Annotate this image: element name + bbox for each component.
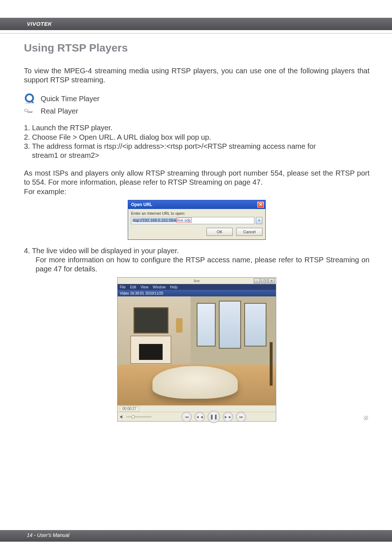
step-4: 4. The live video will be displayed in y… xyxy=(24,246,369,274)
footer-text: 14 - User's Manual xyxy=(27,532,69,538)
url-dropdown-button[interactable]: ▾ xyxy=(256,217,262,224)
minimize-icon: – xyxy=(256,279,258,283)
step-3-line1: 3. The address format is rtsp://<ip addr… xyxy=(24,142,369,151)
skip-back-icon: ⏮ xyxy=(185,415,189,419)
elapsed-time: 00:00:27 xyxy=(120,406,139,411)
resize-grip[interactable] xyxy=(364,416,368,420)
url-suffix: live.sdp xyxy=(177,218,191,222)
video-window-3 xyxy=(244,303,266,346)
menu-window[interactable]: Window xyxy=(153,285,166,289)
video-fireplace xyxy=(130,336,171,364)
svg-text:real: real xyxy=(27,110,33,114)
steps-list: 1. Launch the RTSP player. 2. Choose Fil… xyxy=(24,123,369,160)
menu-view[interactable]: View xyxy=(140,285,148,289)
video-overlay-bar: Video 16:38:01 2010/11/25 xyxy=(118,290,276,296)
close-icon: ✕ xyxy=(259,202,262,207)
content-area: Using RTSP Players To view the MPEG-4 st… xyxy=(24,42,369,422)
ok-button[interactable]: OK xyxy=(207,228,233,236)
player-row-quicktime: Quick Time Player xyxy=(24,93,369,104)
url-prefix: rtsp://192.168.5.151:554/ xyxy=(132,218,177,222)
speaker-icon[interactable] xyxy=(120,415,124,419)
video-sofa xyxy=(152,366,238,399)
video-framed-picture xyxy=(134,307,168,333)
video-window-2 xyxy=(219,301,241,349)
close-window-button[interactable]: ✕ xyxy=(268,278,275,283)
video-timestamp-overlay: Video 16:38:01 2010/11/25 xyxy=(118,291,166,295)
realplayer-label: Real Player xyxy=(41,107,78,115)
maximize-button[interactable]: ❐ xyxy=(261,278,268,283)
menu-help[interactable]: Help xyxy=(170,285,177,289)
chevron-down-icon: ▾ xyxy=(258,219,260,222)
url-row: rtsp://192.168.5.151:554/live.sdp ▾ xyxy=(131,217,262,224)
url-input[interactable]: rtsp://192.168.5.151:554/live.sdp xyxy=(131,217,254,224)
open-url-dialog: Open URL ✕ Enter an Internet URL to open… xyxy=(128,200,266,240)
rewind-button[interactable]: ◄◄ xyxy=(195,412,205,422)
minimize-button[interactable]: – xyxy=(254,278,260,283)
page-title: Using RTSP Players xyxy=(24,42,369,54)
player-title: live xyxy=(194,279,200,283)
next-button[interactable]: ⏭ xyxy=(236,412,246,422)
header-bar: VIVOTEK xyxy=(0,18,392,30)
rewind-icon: ◄◄ xyxy=(196,415,204,419)
open-url-dialog-wrap: Open URL ✕ Enter an Internet URL to open… xyxy=(128,200,266,240)
svg-rect-1 xyxy=(25,103,34,104)
pause-button[interactable]: ❚❚ xyxy=(208,411,220,423)
video-lamp xyxy=(176,318,183,333)
step-4-line1: 4. The live video will be displayed in y… xyxy=(24,246,369,255)
dialog-body: Enter an Internet URL to open: rtsp://19… xyxy=(128,209,265,239)
volume-slider[interactable] xyxy=(126,416,152,418)
step-1: 1. Launch the RTSP player. xyxy=(24,123,369,132)
forward-button[interactable]: ►► xyxy=(223,412,233,422)
dialog-titlebar: Open URL ✕ xyxy=(128,200,265,209)
note-block: As most ISPs and players only allow RTSP… xyxy=(24,169,369,196)
menu-bar: File Edit View Window Help xyxy=(118,284,276,290)
step-4-line2: For more information on how to configure… xyxy=(24,255,369,274)
volume-knob[interactable] xyxy=(131,415,135,419)
header-rule xyxy=(0,33,392,34)
player-titlebar: live – ❐ ✕ xyxy=(118,278,276,284)
cancel-button[interactable]: Cancel xyxy=(236,228,262,236)
note-line2: For example: xyxy=(24,187,369,196)
note-line1: As most ISPs and players only allow RTSP… xyxy=(24,169,369,187)
video-area[interactable] xyxy=(118,296,276,405)
video-rail xyxy=(270,342,273,386)
previous-button[interactable]: ⏮ xyxy=(181,412,192,422)
dialog-title-text: Open URL xyxy=(131,202,152,207)
skip-forward-icon: ⏭ xyxy=(239,415,243,419)
brand-text: VIVOTEK xyxy=(27,21,52,27)
window-buttons: – ❐ ✕ xyxy=(254,278,275,283)
quicktime-label: Quick Time Player xyxy=(41,95,99,103)
video-fireplace-inner xyxy=(139,344,163,360)
dialog-label: Enter an Internet URL to open: xyxy=(131,211,262,216)
intro-paragraph: To view the MPEG-4 streaming media using… xyxy=(24,66,369,85)
fast-forward-icon: ►► xyxy=(224,415,232,419)
control-row: ⏮ ◄◄ ❚❚ ►► ⏭ xyxy=(118,412,276,421)
maximize-icon: ❐ xyxy=(263,279,266,283)
player-row-real: real Real Player xyxy=(24,107,369,115)
step-2: 2. Choose File > Open URL. A URL dialog … xyxy=(24,133,369,142)
menu-file[interactable]: File xyxy=(120,285,126,289)
step-3-line2: stream1 or stream2> xyxy=(24,151,369,160)
close-icon: ✕ xyxy=(270,279,273,283)
quicktime-icon xyxy=(24,93,35,104)
transport-controls: ⏮ ◄◄ ❚❚ ►► ⏭ xyxy=(154,411,274,423)
menu-edit[interactable]: Edit xyxy=(130,285,136,289)
realplayer-icon: real xyxy=(24,108,35,115)
video-window-1 xyxy=(197,303,216,346)
media-player-wrap: live – ❐ ✕ File Edit View Window Help Vi… xyxy=(117,277,276,422)
pause-icon: ❚❚ xyxy=(210,414,218,419)
dialog-buttons: OK Cancel xyxy=(131,228,262,236)
dialog-close-button[interactable]: ✕ xyxy=(257,202,264,208)
media-player-window: live – ❐ ✕ File Edit View Window Help Vi… xyxy=(117,277,276,422)
